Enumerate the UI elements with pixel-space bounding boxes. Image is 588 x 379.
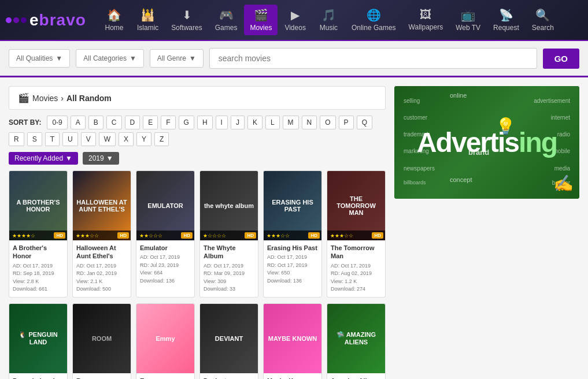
hd-badge-4: HD xyxy=(245,232,256,239)
movie-info-11: Maybe Known xyxy=(264,373,321,379)
category-dropdown[interactable]: All Categories ▼ xyxy=(76,49,144,68)
sort-n[interactable]: N xyxy=(302,116,317,129)
hd-badge-5: HD xyxy=(308,232,320,239)
home-icon: 🏠 xyxy=(107,8,121,22)
logo[interactable]: ebravo xyxy=(6,11,87,29)
year-filter[interactable]: 2019 ▼ xyxy=(83,152,119,165)
genre-dropdown[interactable]: All Genre ▼ xyxy=(150,49,204,68)
movie-bg-8: ROOM xyxy=(73,304,131,373)
sort-q[interactable]: Q xyxy=(357,116,372,129)
stars-6: ★★★☆☆ xyxy=(330,233,353,239)
movie-info-9: Emmy xyxy=(136,373,194,379)
movie-card-8[interactable]: ROOM Room xyxy=(72,303,131,379)
nav-request[interactable]: 📡 Request xyxy=(487,5,525,35)
movie-card-9[interactable]: Emmy Emmy xyxy=(136,303,195,379)
go-button[interactable]: GO xyxy=(543,49,579,69)
games-icon: 🎮 xyxy=(219,8,234,22)
sort-p[interactable]: P xyxy=(339,116,354,129)
sort-o[interactable]: O xyxy=(320,116,335,129)
sort-u[interactable]: U xyxy=(62,132,78,146)
movie-thumb-2: HALLOWEEN AT AUNT ETHEL'S ★★★☆☆ 6.2 HD xyxy=(73,171,131,240)
nav-movies[interactable]: 🎬 Movies xyxy=(244,5,278,35)
sort-e[interactable]: E xyxy=(143,116,158,129)
nav-videos[interactable]: ▶ Videos xyxy=(279,5,311,35)
sort-d[interactable]: D xyxy=(125,116,140,129)
movie-title-2: Halloween At Aunt Ethel's xyxy=(76,244,127,261)
sort-f[interactable]: F xyxy=(161,116,175,129)
sort-g[interactable]: G xyxy=(179,116,194,129)
movie-card-6[interactable]: THE TOMORROW MAN ★★★☆☆ 5.6 HD The Tomorr… xyxy=(327,170,386,298)
logo-dot-2 xyxy=(13,17,19,23)
sort-m[interactable]: M xyxy=(283,116,299,129)
movie-thumb-3: EMULATOR ★★☆☆☆ 4.1 HD xyxy=(136,171,194,240)
search-nav-icon: 🔍 xyxy=(535,8,550,22)
sort-y[interactable]: Y xyxy=(136,132,151,146)
ad-title-container: Adverti💡sing xyxy=(417,129,557,157)
movie-bg-3: EMULATOR xyxy=(136,171,194,240)
movie-bg-6: THE TOMORROW MAN xyxy=(327,171,385,240)
sort-w[interactable]: W xyxy=(99,132,116,146)
search-input[interactable] xyxy=(209,48,537,69)
movie-card-4[interactable]: the whyte album ★☆☆☆☆ 2.6 HD The Whyte A… xyxy=(199,170,258,298)
movie-meta-5: AD: Oct 17, 2019 RD: Oct 17, 2019 View: … xyxy=(267,254,318,285)
nav-home[interactable]: 🏠 Home xyxy=(98,5,130,35)
sort-j[interactable]: J xyxy=(231,116,245,129)
sort-s[interactable]: S xyxy=(27,132,42,146)
movie-card-10[interactable]: DEVIANT Deviant xyxy=(199,303,258,379)
nav-music[interactable]: 🎵 Music xyxy=(313,5,345,35)
nav-movies-label: Movies xyxy=(250,24,272,32)
movies-grid-row1: A BROTHER'S HONOR ★★★★☆ 7.8 HD A Brother… xyxy=(9,170,386,298)
nav-softwares-label: Softwares xyxy=(171,24,202,32)
movie-card-5[interactable]: ERASING HIS PAST ★★★☆☆ 5.1 HD Erasing Hi… xyxy=(263,170,322,298)
nav-home-label: Home xyxy=(105,24,123,32)
quality-dropdown[interactable]: All Qualities ▼ xyxy=(9,49,70,68)
logo-text: ebravo xyxy=(29,11,86,29)
movie-card-11[interactable]: MAYBE KNOWN Maybe Known xyxy=(263,303,322,379)
sort-i[interactable]: I xyxy=(216,116,228,129)
stars-2: ★★★☆☆ xyxy=(76,233,99,239)
sort-z[interactable]: Z xyxy=(154,132,169,146)
movie-card-7[interactable]: 🐧 PENGUIN LAND Penguin Land xyxy=(9,303,68,379)
nav-softwares[interactable]: ⬇ Softwares xyxy=(165,5,208,35)
sort-r[interactable]: R xyxy=(9,132,24,146)
movie-card-1[interactable]: A BROTHER'S HONOR ★★★★☆ 7.8 HD A Brother… xyxy=(9,170,68,298)
nav-web-tv[interactable]: 📺 Web TV xyxy=(450,5,486,35)
logo-dot-3 xyxy=(21,17,27,23)
movie-card-3[interactable]: EMULATOR ★★☆☆☆ 4.1 HD Emulator AD: Oct 1… xyxy=(136,170,195,298)
nav-games[interactable]: 🎮 Games xyxy=(209,5,243,35)
movie-thumb-10: DEVIANT xyxy=(200,304,258,373)
sort-k[interactable]: K xyxy=(247,116,262,129)
sort-b[interactable]: B xyxy=(88,116,103,129)
movies-icon: 🎬 xyxy=(254,8,268,22)
movie-thumb-8: ROOM xyxy=(73,304,131,373)
movie-card-12[interactable]: 🛸 AMAZING ALIENS Amazing Aliens xyxy=(327,303,386,379)
sort-c[interactable]: C xyxy=(106,116,122,129)
sort-h[interactable]: H xyxy=(197,116,213,129)
nav-wallpapers[interactable]: 🖼 Wallpapers xyxy=(403,5,449,35)
movie-thumb-7: 🐧 PENGUIN LAND xyxy=(9,304,67,373)
movie-info-2: Halloween At Aunt Ethel's AD: Oct 17, 20… xyxy=(73,240,131,297)
sort-l[interactable]: L xyxy=(265,116,280,129)
sort-x[interactable]: X xyxy=(119,132,134,146)
videos-icon: ▶ xyxy=(291,8,299,22)
movie-info-3: Emulator AD: Oct 17, 2019 RD: Jul 23, 20… xyxy=(136,240,194,288)
movie-meta-2: AD: Oct 17, 2019 RD: Jan 02, 2019 View: … xyxy=(76,262,127,293)
nav-islamic[interactable]: 🕌 Islamic xyxy=(131,5,164,35)
nav-search[interactable]: 🔍 Search xyxy=(526,5,560,35)
wallpapers-icon: 🖼 xyxy=(420,8,431,21)
quality-label: All Qualities xyxy=(16,54,53,62)
breadcrumb-parent[interactable]: Movies xyxy=(32,94,58,103)
sort-t[interactable]: T xyxy=(45,132,60,146)
genre-label: All Genre xyxy=(157,54,186,62)
nav-search-label: Search xyxy=(532,24,554,32)
movie-info-10: Deviant xyxy=(200,373,258,379)
movie-card-2[interactable]: HALLOWEEN AT AUNT ETHEL'S ★★★☆☆ 6.2 HD H… xyxy=(72,170,131,298)
sort-v[interactable]: V xyxy=(81,132,96,146)
recently-added-filter[interactable]: Recently Added ▼ xyxy=(9,152,78,165)
nav-online-games[interactable]: 🌐 Online Games xyxy=(346,5,402,35)
movie-title-11: Maybe Known xyxy=(267,377,318,379)
hd-badge-2: HD xyxy=(117,232,129,239)
movie-title-6: The Tomorrow Man xyxy=(331,244,382,261)
sort-09[interactable]: 0-9 xyxy=(47,116,67,129)
sort-a[interactable]: A xyxy=(71,116,86,129)
